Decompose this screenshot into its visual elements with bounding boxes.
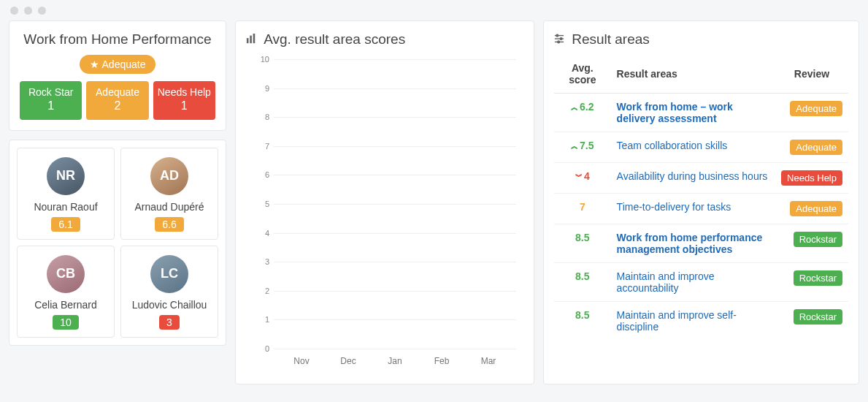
result-area-link[interactable]: Work from home performance management ob… [617, 232, 763, 255]
window-titlebar [0, 0, 868, 20]
avatar: AD [150, 157, 188, 195]
row-area: Maintain and improve accountability [611, 263, 775, 302]
review-tag[interactable]: Adequate [790, 140, 842, 155]
row-score-value: 4 [584, 170, 590, 182]
chart-ytick: 6 [253, 170, 269, 179]
person-name: Celia Bernard [23, 299, 108, 311]
row-review: Adequate [775, 194, 848, 224]
person-name: Nouran Raouf [23, 201, 108, 213]
chart-panel: Avg. result area scores 012345678910 Nov… [235, 20, 534, 384]
avatar: CB [47, 255, 85, 293]
chart-gridline [274, 349, 516, 349]
row-score-value: 8.5 [575, 270, 589, 282]
table-header: Review [775, 55, 848, 94]
trend-up-icon: ︽ [571, 141, 578, 151]
sliders-icon [554, 34, 567, 46]
svg-point-8 [558, 41, 560, 43]
row-review: Rockstar [775, 224, 848, 263]
chart-xlabel: Feb [418, 356, 465, 366]
row-score-value: 7.5 [580, 140, 594, 151]
person-score-badge: 10 [53, 315, 79, 330]
person-card[interactable]: CBCelia Bernard10 [17, 246, 115, 338]
chart-ytick: 5 [253, 200, 269, 208]
row-score: 8.5 [554, 224, 611, 263]
table-row: ︽6.2Work from home – work delivery asses… [554, 94, 848, 132]
person-card[interactable]: ADArnaud Dupéré6.6 [120, 148, 218, 240]
window-dot [10, 7, 18, 15]
chart-xlabel: Mar [465, 356, 512, 366]
avatar: LC [150, 255, 188, 293]
result-area-link[interactable]: Availability during business hours [617, 170, 768, 182]
window-dot [24, 7, 32, 15]
svg-rect-1 [250, 36, 252, 44]
chart-xlabel: Jan [372, 356, 418, 366]
count-card-red[interactable]: Needs Help1 [153, 81, 215, 120]
person-card[interactable]: NRNouran Raouf6.1 [17, 148, 115, 240]
review-tag[interactable]: Rockstar [794, 309, 842, 325]
row-review: Adequate [775, 94, 848, 132]
result-areas-title: Result areas [554, 31, 848, 48]
review-tag[interactable]: Rockstar [794, 232, 842, 247]
review-tag[interactable]: Adequate [790, 101, 842, 116]
table-row: ︾4Availability during business hoursNeed… [554, 163, 848, 194]
star-icon: ★ [90, 58, 99, 70]
count-label: Adequate [88, 86, 147, 99]
chart-xlabel: Dec [325, 356, 372, 366]
review-tag[interactable]: Rockstar [794, 270, 842, 286]
chart-title: Avg. result area scores [246, 31, 523, 48]
row-score: 8.5 [554, 263, 611, 302]
chart-ytick: 10 [253, 55, 269, 64]
chart-xlabel: Nov [278, 356, 325, 366]
window-dot [38, 7, 46, 15]
bar-chart-icon [246, 34, 259, 46]
avatar: NR [47, 157, 85, 195]
row-score: ︽7.5 [554, 132, 611, 163]
summary-title: Work from Home Performance [20, 31, 215, 48]
result-areas-panel: Result areas Avg. scoreResult areasRevie… [543, 20, 859, 384]
result-area-link[interactable]: Maintain and improve self-discipline [617, 309, 737, 333]
review-tag[interactable]: Adequate [790, 201, 842, 216]
result-areas-table: Avg. scoreResult areasReview ︽6.2Work fr… [554, 55, 848, 340]
row-area: Work from home performance management ob… [611, 224, 775, 263]
table-row: ︽7.5Team collaboration skillsAdequate [554, 132, 848, 163]
count-label: Needs Help [155, 86, 214, 99]
row-review: Needs Help [775, 163, 848, 194]
review-tag[interactable]: Needs Help [781, 170, 842, 186]
chart-title-text: Avg. result area scores [264, 31, 405, 47]
table-row: 7Time-to-delivery for tasksAdequate [554, 194, 848, 224]
table-header: Avg. score [554, 55, 611, 94]
result-areas-title-text: Result areas [572, 31, 650, 47]
row-area: Maintain and improve self-discipline [611, 302, 775, 341]
people-panel: NRNouran Raouf6.1ADArnaud Dupéré6.6CBCel… [9, 140, 226, 346]
svg-point-6 [560, 38, 562, 40]
result-area-link[interactable]: Time-to-delivery for tasks [617, 201, 731, 213]
person-name: Arnaud Dupéré [127, 201, 212, 213]
table-row: 8.5Maintain and improve accountabilityRo… [554, 263, 848, 302]
chart-area: 012345678910 NovDecJanFebMar [246, 55, 523, 369]
row-review: Adequate [775, 132, 848, 163]
count-card-orange[interactable]: Adequate2 [86, 81, 148, 120]
performance-summary-panel: Work from Home Performance ★ Adequate Ro… [9, 20, 226, 131]
chart-ytick: 8 [253, 113, 269, 121]
result-area-link[interactable]: Team collaboration skills [617, 140, 728, 151]
count-value: 1 [155, 99, 214, 114]
result-area-link[interactable]: Work from home – work delivery assessmen… [617, 101, 733, 124]
result-area-link[interactable]: Maintain and improve accountability [617, 270, 715, 294]
summary-badge[interactable]: ★ Adequate [80, 55, 156, 74]
count-card-green[interactable]: Rock Star1 [20, 81, 82, 120]
trend-up-icon: ︽ [571, 102, 578, 113]
row-area: Work from home – work delivery assessmen… [611, 94, 775, 132]
table-header: Result areas [611, 55, 775, 94]
svg-point-4 [556, 34, 558, 37]
chart-ytick: 2 [253, 287, 269, 295]
count-value: 2 [88, 99, 147, 114]
person-name: Ludovic Chaillou [127, 299, 212, 311]
row-score: ︽6.2 [554, 94, 611, 132]
person-card[interactable]: LCLudovic Chaillou3 [120, 246, 218, 338]
chart-ytick: 3 [253, 257, 269, 266]
row-score-value: 8.5 [575, 309, 589, 321]
count-value: 1 [21, 99, 80, 114]
person-score-badge: 6.6 [155, 217, 183, 232]
table-row: 8.5Work from home performance management… [554, 224, 848, 263]
chart-ytick: 4 [253, 229, 269, 238]
